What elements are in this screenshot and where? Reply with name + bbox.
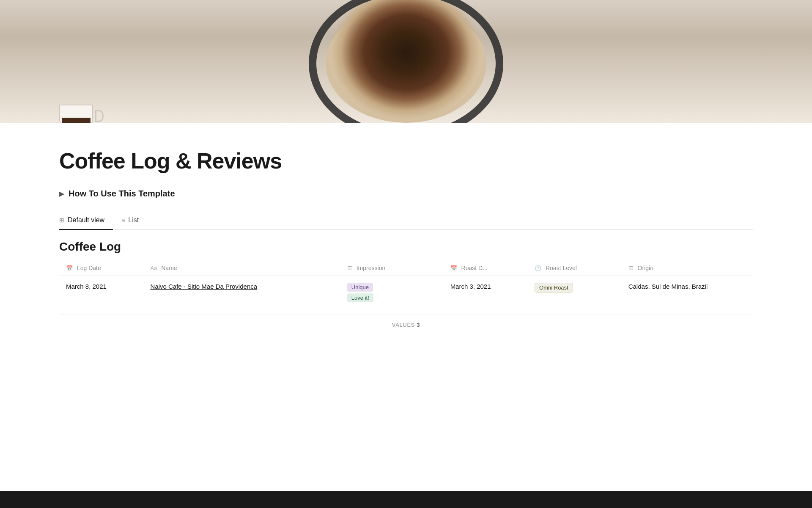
clock-icon-roast-level: 🕐 xyxy=(535,265,541,271)
cell-log-date: March 8, 2021 xyxy=(59,276,143,311)
tab-default-label: Default view xyxy=(68,216,104,224)
impression-tags: Unique Love it! xyxy=(347,283,437,304)
hero-banner xyxy=(0,0,812,123)
cup-body xyxy=(59,105,93,123)
values-count: 3 xyxy=(417,322,420,328)
database-section: Coffee Log 📅 Log Date Aa Name ☰ Impressi… xyxy=(59,240,753,335)
list-icon: ≡ xyxy=(121,217,125,224)
toggle-label: How To Use This Template xyxy=(69,189,175,199)
col-header-name[interactable]: Aa Name xyxy=(143,260,340,276)
cell-origin: Caldas, Sul de Minas, Brazil xyxy=(622,276,753,311)
table-header-row: 📅 Log Date Aa Name ☰ Impression 📅 Roast … xyxy=(59,260,753,276)
cup-handle xyxy=(95,110,104,122)
tag-unique[interactable]: Unique xyxy=(347,283,373,292)
calendar-icon-log-date: 📅 xyxy=(66,265,73,271)
tag-love-it[interactable]: Love it! xyxy=(347,293,373,302)
cup-coffee xyxy=(62,118,91,123)
calendar-icon-roast-date: 📅 xyxy=(450,265,457,271)
values-footer: VALUES 3 xyxy=(59,315,753,335)
toggle-arrow-icon: ▶ xyxy=(59,190,64,198)
coffee-table: 📅 Log Date Aa Name ☰ Impression 📅 Roast … xyxy=(59,260,753,311)
page-title: Coffee Log & Reviews xyxy=(59,148,753,174)
cell-roast-date: March 3, 2021 xyxy=(444,276,528,311)
cell-name: Naivo Cafe - Sitio Mae Da Providenca xyxy=(143,276,340,311)
toggle-section[interactable]: ▶ How To Use This Template xyxy=(59,189,753,199)
col-header-log-date[interactable]: 📅 Log Date xyxy=(59,260,143,276)
table-icon: ⊞ xyxy=(59,217,64,224)
cell-roast-level: Omni Roast xyxy=(528,276,622,311)
tab-list-view[interactable]: ≡ List xyxy=(121,212,147,230)
database-title: Coffee Log xyxy=(59,240,753,254)
values-label: VALUES xyxy=(392,322,415,328)
view-tabs: ⊞ Default view ≡ List xyxy=(59,212,753,230)
col-header-impression[interactable]: ☰ Impression xyxy=(340,260,444,276)
col-header-roast-level[interactable]: 🕐 Roast Level xyxy=(528,260,622,276)
tag-omni-roast[interactable]: Omni Roast xyxy=(535,283,573,293)
name-link[interactable]: Naivo Cafe - Sitio Mae Da Providenca xyxy=(150,283,257,290)
page-content: Coffee Log & Reviews ▶ How To Use This T… xyxy=(0,123,812,352)
bottom-bar xyxy=(0,491,812,508)
tab-list-label: List xyxy=(128,216,139,224)
cell-impression: Unique Love it! xyxy=(340,276,444,311)
hero-filter-rim xyxy=(309,0,503,123)
coffee-cup-icon xyxy=(55,93,106,123)
table-row: March 8, 2021 Naivo Cafe - Sitio Mae Da … xyxy=(59,276,753,311)
list-icon-impression: ☰ xyxy=(347,265,352,271)
text-icon-name: Aa xyxy=(150,265,157,271)
col-header-roast-date[interactable]: 📅 Roast D... xyxy=(444,260,528,276)
tab-default-view[interactable]: ⊞ Default view xyxy=(59,212,113,230)
list-icon-origin: ☰ xyxy=(628,265,634,271)
col-header-origin[interactable]: ☰ Origin xyxy=(622,260,753,276)
